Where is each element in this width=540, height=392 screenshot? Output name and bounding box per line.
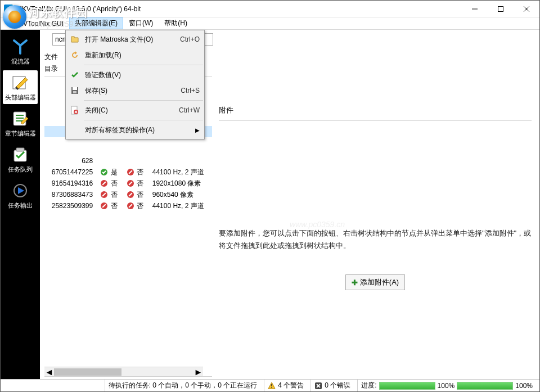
scroll-left-arrow-icon[interactable]: ◄ [44, 367, 54, 377]
progress-bar-1 [379, 382, 435, 390]
scroll-thumb[interactable] [54, 368, 122, 376]
row-forced: 否 [123, 178, 149, 189]
header-editor-icon [11, 73, 30, 92]
svg-rect-15 [16, 148, 24, 151]
menu-validate[interactable]: 验证数值(V) [66, 67, 204, 83]
warning-icon [268, 382, 276, 390]
menu-mkvtoolnix[interactable]: MKVToolNix GUI [7, 19, 69, 29]
window-close-button[interactable] [514, 1, 539, 17]
row-default: 否 [96, 189, 123, 200]
row-props: 44100 Hz, 2 声道 [149, 200, 212, 211]
job-queue-icon [11, 145, 30, 164]
row-props [149, 155, 212, 166]
status-no-icon [126, 168, 135, 177]
window-titlebar: MKVToolNix GUI v18.0.0 ('Apricity') 64-b… [1, 1, 539, 17]
row-props: 44100 Hz, 2 声道 [149, 166, 212, 178]
row-id: 87306883473 [44, 189, 96, 200]
status-no-icon [126, 201, 135, 210]
scroll-right-arrow-icon[interactable]: ► [194, 367, 203, 377]
status-no-icon [126, 190, 135, 199]
menu-help[interactable]: 帮助(H) [159, 17, 193, 29]
menu-window[interactable]: 窗口(W) [123, 17, 159, 29]
table-row[interactable]: 67051447225 是 否44100 Hz, 2 声道 [44, 166, 212, 178]
submenu-arrow-icon: ▶ [195, 127, 200, 133]
row-id: 67051447225 [44, 166, 96, 178]
status-progress: 进度: 100% 100% [357, 380, 536, 391]
add-attachment-button[interactable]: ✚ 添加附件(A) [345, 274, 405, 290]
row-forced [123, 155, 149, 166]
window-minimize-button[interactable] [462, 1, 488, 17]
sidebar-item-chapter-editor[interactable]: 章节编辑器 [3, 106, 38, 140]
status-no-icon [100, 179, 109, 188]
sidebar-item-header-editor[interactable]: 头部编辑器 [3, 70, 38, 104]
menu-separator [84, 120, 203, 120]
menu-close[interactable]: 关闭(C) Ctrl+W [66, 102, 204, 118]
table-row[interactable]: 25823509399 否 否44100 Hz, 2 声道 [44, 200, 212, 211]
right-pane: 附件 要添加附件，您可以点击下面的按钮、右击树状结构中的节点并从弹出菜单中选择"… [213, 30, 539, 379]
sidebar-item-job-output[interactable]: 任务输出 [3, 178, 38, 212]
row-default [96, 155, 123, 166]
row-default: 是 [96, 166, 123, 178]
svg-rect-1 [498, 6, 503, 11]
window-title: MKVToolNix GUI v18.0.0 ('Apricity') 64-b… [16, 5, 462, 13]
menu-save[interactable]: 保存(S) Ctrl+S [66, 83, 204, 98]
table-row[interactable]: 628 [44, 155, 212, 166]
row-default: 否 [96, 200, 123, 211]
status-queue-text: 待执行的任务: 0 个自动，0 个手动，0 个正在运行 [105, 380, 261, 391]
status-no-icon [126, 179, 135, 188]
row-forced: 否 [123, 200, 149, 211]
row-id: 91654194316 [44, 178, 96, 189]
horizontal-scrollbar[interactable]: ◄ ► [44, 367, 203, 376]
menu-bar: MKVToolNix GUI 头部编辑器(E) 窗口(W) 帮助(H) [1, 17, 539, 30]
svg-rect-5 [73, 87, 77, 90]
status-no-icon [100, 190, 109, 199]
window-maximize-button[interactable] [488, 1, 514, 17]
row-forced: 否 [123, 189, 149, 200]
attachments-title: 附件 [219, 102, 532, 120]
menu-header-editor[interactable]: 头部编辑器(E) [69, 17, 123, 29]
menu-open-matroska[interactable]: 打开 Matroska 文件(O) Ctrl+O [66, 31, 204, 47]
status-no-icon [100, 201, 109, 210]
app-icon [4, 4, 13, 13]
check-icon [68, 70, 82, 79]
row-id: 25823509399 [44, 200, 96, 211]
menu-reload[interactable]: 重新加载(R) [66, 47, 204, 63]
table-row[interactable]: 91654194316 否 否1920x1080 像素 [44, 178, 212, 189]
menu-all-tabs-actions[interactable]: 对所有标签页的操作(A) ▶ [66, 122, 204, 138]
row-props: 960x540 像素 [149, 189, 212, 200]
chapter-editor-icon [11, 109, 30, 128]
tool-sidebar: 混流器 头部编辑器 章节编辑器 任务队列 任务输出 [1, 30, 40, 379]
header-editor-menu-dropdown: 打开 Matroska 文件(O) Ctrl+O 重新加载(R) 验证数值(V)… [65, 30, 205, 139]
mux-icon [11, 37, 30, 56]
job-output-icon [11, 181, 30, 200]
table-row[interactable]: 87306883473 否 否960x540 像素 [44, 189, 212, 200]
error-icon [314, 382, 322, 390]
menu-separator [84, 65, 203, 65]
plus-icon: ✚ [352, 278, 358, 287]
status-yes-icon [100, 168, 109, 177]
row-forced: 否 [123, 166, 149, 178]
sidebar-item-mux[interactable]: 混流器 [3, 34, 38, 68]
attachments-help-text: 要添加附件，您可以点击下面的按钮、右击树状结构中的节点并从弹出菜单中选择"添加附… [219, 222, 532, 252]
svg-rect-33 [271, 387, 272, 388]
svg-rect-6 [73, 91, 76, 93]
menu-separator [84, 100, 203, 101]
status-warnings[interactable]: 4 个警告 [264, 380, 307, 391]
row-id: 628 [44, 155, 96, 166]
status-bar: 待执行的任务: 0 个自动，0 个手动，0 个正在运行 4 个警告 0 个错误 … [1, 379, 539, 391]
sidebar-item-job-queue[interactable]: 任务队列 [3, 142, 38, 176]
row-default: 否 [96, 178, 123, 189]
svg-rect-32 [271, 384, 272, 386]
row-props: 1920x1080 像素 [149, 178, 212, 189]
document-open-icon [68, 35, 82, 44]
progress-bar-2 [457, 382, 513, 390]
close-file-icon [68, 106, 82, 115]
status-errors[interactable]: 0 个错误 [310, 380, 354, 391]
save-icon [68, 86, 82, 95]
reload-icon [68, 51, 82, 60]
